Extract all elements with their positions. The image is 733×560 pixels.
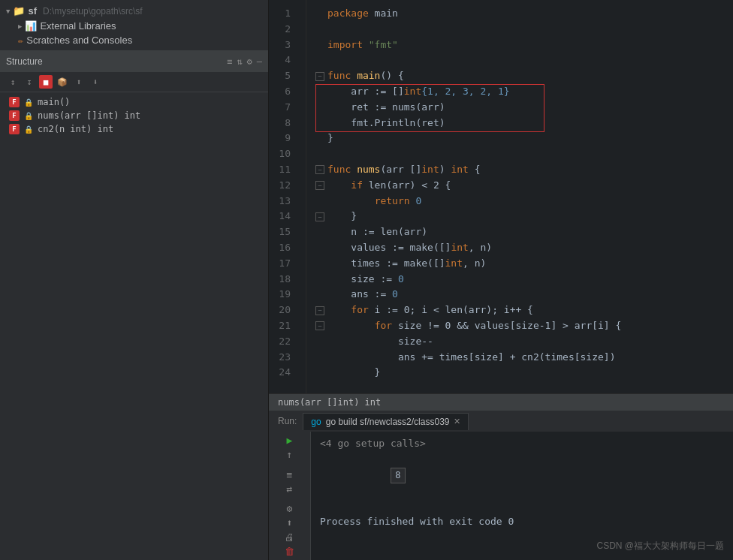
code-line-18: size := 0 (315, 272, 733, 288)
status-text: nums(arr []int) int (278, 397, 381, 408)
ln-20: 20 (269, 303, 297, 318)
fold-14[interactable]: − (315, 212, 324, 221)
token-fmt: "fmt" (363, 38, 398, 53)
ln-17: 17 (269, 256, 297, 272)
token-indent21 (327, 318, 375, 334)
token-forcond20: i := 0; i < len(arr); i++ { (369, 303, 533, 318)
up-btn[interactable]: ⬆ (72, 75, 86, 89)
token-intret11: int (451, 162, 468, 178)
code-line-16: values := make([]int, n) (315, 240, 733, 256)
run-play-btn[interactable]: ▶ (282, 435, 298, 446)
fold-21[interactable]: − (315, 321, 324, 330)
token-close14: } (327, 209, 357, 224)
code-line-9: } (315, 131, 733, 146)
token-ret: ret := nums(arr) (327, 100, 445, 116)
project-label: sf (28, 5, 37, 17)
token-int6: int (404, 84, 421, 100)
struct-label-cn2: cn2(n int) int (38, 124, 113, 134)
token-int16: int (451, 240, 468, 256)
run-output-setup: <4 go setup calls> (320, 436, 724, 452)
expand-icon[interactable]: — (257, 56, 262, 67)
token-size1: size := (327, 272, 398, 288)
run-delete-btn[interactable]: 🗑 (282, 546, 298, 557)
badge-f-cn2: F (9, 124, 20, 134)
token-for21: for (375, 318, 392, 334)
collapse-all-btn[interactable]: ↧ (23, 75, 36, 89)
run-tabs: Run: go go build sf/newclass2/class039 ✕ (269, 411, 733, 432)
run-tab-close[interactable]: ✕ (454, 417, 460, 426)
expand-all-btn[interactable]: ↕ (6, 75, 20, 89)
editor-area: 1 2 3 4 5 ▶ 6 7 8 9 10 11 12 13 14 (269, 0, 733, 560)
token-ansadd: ans += times[size] + cn2(times[size]) (327, 350, 616, 366)
project-tree: ▼ 📁 sf D:\mysetup\gopath\src\sf ▶ 📊 Exte… (0, 0, 268, 50)
ln-14: 14 (269, 209, 297, 224)
lock-icon-cn2: 🔒 (24, 125, 33, 134)
token-indent13 (327, 194, 375, 209)
code-line-1: package main (315, 6, 733, 22)
token-println: fmt.Println(ret) (327, 116, 445, 131)
token-main: main (369, 6, 398, 22)
ln-5: 5 ▶ (269, 68, 297, 84)
token-if12: if (351, 178, 363, 194)
run-sidebar: ▶ ↑ ≡ ⇄ ⚙ ⬆ 🖨 🗑 (269, 432, 311, 560)
ln-2: 2 (269, 22, 297, 38)
token-close9: } (327, 131, 333, 146)
lib-icon: 📊 (25, 20, 37, 32)
sort-alpha-icon[interactable]: ≡ (227, 56, 232, 67)
settings-icon[interactable]: ⚙ (247, 56, 252, 67)
output-number-badge: 8 (391, 468, 406, 483)
sort-visibility-icon[interactable]: ⇅ (237, 56, 242, 67)
run-arrow-up-btn[interactable]: ⬆ (282, 517, 298, 528)
run-output-exit: Process finished with exit code 0 (320, 514, 724, 530)
ln-22: 22 (269, 334, 297, 350)
fold-11[interactable]: − (315, 165, 324, 174)
run-up-btn[interactable]: ↑ (282, 449, 298, 460)
struct-item-nums[interactable]: F 🔒 nums(arr []int) int (0, 109, 268, 122)
token-numssig1: (arr [] (380, 162, 421, 178)
run-btn[interactable]: ■ (39, 75, 53, 89)
structure-header: Structure ≡ ⇅ ⚙ — (0, 51, 268, 72)
code-line-6: arr := []int{1, 2, 3, 2, 1} (315, 84, 733, 100)
ln-9: 9 (269, 131, 297, 146)
code-line-14: − } (315, 209, 733, 224)
structure-panel: Structure ≡ ⇅ ⚙ — ↕ ↧ ■ 📦 ⬆ ⬇ F 🔒 (0, 50, 268, 560)
token-zero18: 0 (398, 272, 404, 288)
folder-icon: 📁 (13, 5, 25, 17)
down-btn[interactable]: ⬇ (89, 75, 102, 89)
token-numssig3: { (469, 162, 481, 178)
token-ifcond: len(arr) < 2 { (363, 178, 451, 194)
fold-20[interactable]: − (315, 306, 324, 315)
token-ans1: ans := (327, 287, 392, 303)
code-line-8: fmt.Println(ret) (315, 116, 733, 131)
struct-label-main: main() (38, 97, 70, 107)
code-area[interactable]: package main import "fmt" (306, 0, 733, 393)
run-wrap-btn[interactable]: ⇄ (282, 483, 298, 495)
code-line-2 (315, 22, 733, 38)
sidebar-item-scratches[interactable]: ✏ Scratches and Consoles (0, 33, 268, 47)
ln-3: 3 (269, 38, 297, 53)
ln-24: 24 (269, 365, 297, 381)
token-close24: } (327, 365, 380, 381)
token-fnnums: nums (351, 162, 380, 178)
struct-item-main[interactable]: F 🔒 main() (0, 95, 268, 109)
fold-12[interactable]: − (315, 181, 324, 190)
token-int17: int (445, 256, 463, 272)
run-lines-btn[interactable]: ≡ (282, 469, 298, 480)
project-root[interactable]: ▼ 📁 sf D:\mysetup\gopath\src\sf (0, 3, 268, 19)
ln-11: 11 (269, 162, 297, 178)
fold-5[interactable]: − (315, 72, 324, 81)
run-settings-btn[interactable]: ⚙ (282, 503, 298, 514)
token-mainsig: () { (380, 68, 403, 84)
sidebar-item-external-libs[interactable]: ▶ 📊 External Libraries (0, 19, 268, 33)
token-forcond21: size != 0 && values[size-1] > arr[i] { (392, 318, 621, 334)
scratches-label: Scratches and Consoles (26, 35, 132, 46)
build-btn[interactable]: 📦 (56, 75, 69, 89)
ln-7: 7 (269, 100, 297, 116)
token-sizedec: size-- (327, 334, 433, 350)
watermark: CSDN @福大大架构师每日一题 (596, 540, 724, 552)
run-tab-main[interactable]: go go build sf/newclass2/class039 ✕ (303, 413, 469, 430)
struct-item-cn2[interactable]: F 🔒 cn2(n int) int (0, 122, 268, 136)
collapse-icon: ▼ (6, 8, 10, 15)
run-print-btn[interactable]: 🖨 (282, 531, 298, 543)
token-return13: return (375, 194, 410, 209)
